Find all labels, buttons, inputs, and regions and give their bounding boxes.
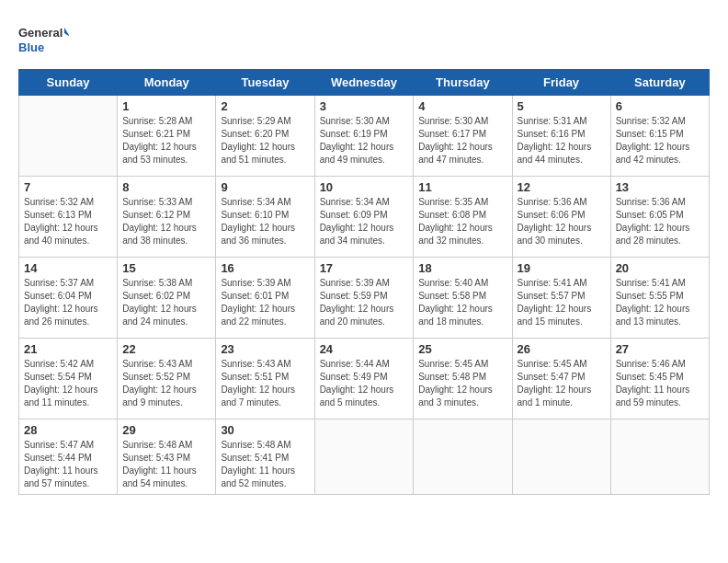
day-info: Sunrise: 5:44 AMSunset: 5:49 PMDaylight:… <box>320 358 409 409</box>
calendar-body: 1Sunrise: 5:28 AMSunset: 6:21 PMDaylight… <box>19 96 710 495</box>
day-number: 28 <box>24 423 112 437</box>
day-info: Sunrise: 5:46 AMSunset: 5:45 PMDaylight:… <box>616 358 704 409</box>
svg-marker-2 <box>64 28 69 37</box>
day-number: 26 <box>518 342 606 356</box>
svg-text:General: General <box>18 26 63 40</box>
calendar-table: SundayMondayTuesdayWednesdayThursdayFrid… <box>18 69 710 495</box>
calendar-cell: 9Sunrise: 5:34 AMSunset: 6:10 PMDaylight… <box>216 177 314 258</box>
calendar-cell: 15Sunrise: 5:38 AMSunset: 6:02 PMDayligh… <box>118 258 216 339</box>
day-info: Sunrise: 5:47 AMSunset: 5:44 PMDaylight:… <box>24 439 112 490</box>
day-number: 18 <box>418 261 506 275</box>
day-number: 16 <box>221 261 309 275</box>
calendar-cell: 6Sunrise: 5:32 AMSunset: 6:15 PMDaylight… <box>610 96 709 177</box>
calendar-cell: 17Sunrise: 5:39 AMSunset: 5:59 PMDayligh… <box>314 258 414 339</box>
calendar-cell: 25Sunrise: 5:45 AMSunset: 5:48 PMDayligh… <box>414 339 512 419</box>
day-info: Sunrise: 5:28 AMSunset: 6:21 PMDaylight:… <box>122 115 210 167</box>
day-info: Sunrise: 5:38 AMSunset: 6:02 PMDaylight:… <box>122 277 210 328</box>
day-number: 21 <box>24 342 112 356</box>
day-number: 2 <box>221 99 309 113</box>
calendar-cell: 16Sunrise: 5:39 AMSunset: 6:01 PMDayligh… <box>216 258 314 339</box>
calendar-cell: 5Sunrise: 5:31 AMSunset: 6:16 PMDaylight… <box>512 96 610 177</box>
day-number: 9 <box>221 180 309 194</box>
calendar-cell: 14Sunrise: 5:37 AMSunset: 6:04 PMDayligh… <box>19 258 118 339</box>
day-info: Sunrise: 5:31 AMSunset: 6:16 PMDaylight:… <box>518 115 606 167</box>
calendar-cell <box>414 419 512 495</box>
day-number: 1 <box>122 99 210 113</box>
day-info: Sunrise: 5:39 AMSunset: 6:01 PMDaylight:… <box>221 277 309 328</box>
day-info: Sunrise: 5:30 AMSunset: 6:19 PMDaylight:… <box>320 115 409 167</box>
weekday-header-sunday: Sunday <box>19 70 118 96</box>
week-row-5: 28Sunrise: 5:47 AMSunset: 5:44 PMDayligh… <box>19 419 710 495</box>
calendar-cell <box>19 96 118 177</box>
calendar-cell: 21Sunrise: 5:42 AMSunset: 5:54 PMDayligh… <box>19 339 118 419</box>
day-number: 17 <box>320 261 409 275</box>
day-number: 5 <box>518 99 606 113</box>
weekday-header-friday: Friday <box>512 70 610 96</box>
day-info: Sunrise: 5:34 AMSunset: 6:10 PMDaylight:… <box>221 196 309 247</box>
weekday-header-saturday: Saturday <box>610 70 709 96</box>
day-info: Sunrise: 5:35 AMSunset: 6:08 PMDaylight:… <box>418 196 506 247</box>
calendar-cell: 2Sunrise: 5:29 AMSunset: 6:20 PMDaylight… <box>216 96 314 177</box>
weekday-header-thursday: Thursday <box>414 70 512 96</box>
page-container: General Blue SundayMondayTuesdayWednesda… <box>18 18 710 495</box>
week-row-2: 7Sunrise: 5:32 AMSunset: 6:13 PMDaylight… <box>19 177 710 258</box>
calendar-cell: 12Sunrise: 5:36 AMSunset: 6:06 PMDayligh… <box>512 177 610 258</box>
day-number: 3 <box>320 99 409 113</box>
day-info: Sunrise: 5:39 AMSunset: 5:59 PMDaylight:… <box>320 277 409 328</box>
day-number: 22 <box>122 342 210 356</box>
week-row-4: 21Sunrise: 5:42 AMSunset: 5:54 PMDayligh… <box>19 339 710 419</box>
svg-text:Blue: Blue <box>18 40 44 54</box>
day-info: Sunrise: 5:34 AMSunset: 6:09 PMDaylight:… <box>320 196 409 247</box>
day-number: 4 <box>418 99 506 113</box>
day-number: 20 <box>616 261 704 275</box>
day-number: 30 <box>221 423 309 437</box>
logo-svg: General Blue <box>18 18 69 60</box>
day-info: Sunrise: 5:33 AMSunset: 6:12 PMDaylight:… <box>122 196 210 247</box>
day-info: Sunrise: 5:40 AMSunset: 5:58 PMDaylight:… <box>418 277 506 328</box>
calendar-cell: 7Sunrise: 5:32 AMSunset: 6:13 PMDaylight… <box>19 177 118 258</box>
day-number: 27 <box>616 342 704 356</box>
day-number: 10 <box>320 180 409 194</box>
week-row-1: 1Sunrise: 5:28 AMSunset: 6:21 PMDaylight… <box>19 96 710 177</box>
calendar-cell: 26Sunrise: 5:45 AMSunset: 5:47 PMDayligh… <box>512 339 610 419</box>
day-info: Sunrise: 5:48 AMSunset: 5:43 PMDaylight:… <box>122 439 210 490</box>
calendar-cell: 22Sunrise: 5:43 AMSunset: 5:52 PMDayligh… <box>118 339 216 419</box>
day-number: 14 <box>24 261 112 275</box>
calendar-cell: 29Sunrise: 5:48 AMSunset: 5:43 PMDayligh… <box>118 419 216 495</box>
day-info: Sunrise: 5:37 AMSunset: 6:04 PMDaylight:… <box>24 277 112 328</box>
week-row-3: 14Sunrise: 5:37 AMSunset: 6:04 PMDayligh… <box>19 258 710 339</box>
day-info: Sunrise: 5:36 AMSunset: 6:05 PMDaylight:… <box>616 196 704 247</box>
day-info: Sunrise: 5:41 AMSunset: 5:55 PMDaylight:… <box>616 277 704 328</box>
day-info: Sunrise: 5:41 AMSunset: 5:57 PMDaylight:… <box>518 277 606 328</box>
day-info: Sunrise: 5:43 AMSunset: 5:51 PMDaylight:… <box>221 358 309 409</box>
day-number: 29 <box>122 423 210 437</box>
calendar-cell: 13Sunrise: 5:36 AMSunset: 6:05 PMDayligh… <box>610 177 709 258</box>
header: General Blue <box>18 18 710 60</box>
calendar-cell: 30Sunrise: 5:48 AMSunset: 5:41 PMDayligh… <box>216 419 314 495</box>
day-number: 11 <box>418 180 506 194</box>
calendar-cell: 10Sunrise: 5:34 AMSunset: 6:09 PMDayligh… <box>314 177 414 258</box>
day-info: Sunrise: 5:32 AMSunset: 6:15 PMDaylight:… <box>616 115 704 167</box>
calendar-cell: 4Sunrise: 5:30 AMSunset: 6:17 PMDaylight… <box>414 96 512 177</box>
weekday-header-wednesday: Wednesday <box>314 70 414 96</box>
day-info: Sunrise: 5:29 AMSunset: 6:20 PMDaylight:… <box>221 115 309 167</box>
day-number: 19 <box>518 261 606 275</box>
day-number: 25 <box>418 342 506 356</box>
calendar-cell: 1Sunrise: 5:28 AMSunset: 6:21 PMDaylight… <box>118 96 216 177</box>
calendar-cell: 28Sunrise: 5:47 AMSunset: 5:44 PMDayligh… <box>19 419 118 495</box>
calendar-header-row: SundayMondayTuesdayWednesdayThursdayFrid… <box>19 70 710 96</box>
calendar-cell: 18Sunrise: 5:40 AMSunset: 5:58 PMDayligh… <box>414 258 512 339</box>
logo: General Blue <box>18 18 69 60</box>
calendar-cell <box>610 419 709 495</box>
day-info: Sunrise: 5:36 AMSunset: 6:06 PMDaylight:… <box>518 196 606 247</box>
day-number: 24 <box>320 342 409 356</box>
calendar-cell: 20Sunrise: 5:41 AMSunset: 5:55 PMDayligh… <box>610 258 709 339</box>
day-info: Sunrise: 5:42 AMSunset: 5:54 PMDaylight:… <box>24 358 112 409</box>
day-number: 23 <box>221 342 309 356</box>
calendar-cell: 24Sunrise: 5:44 AMSunset: 5:49 PMDayligh… <box>314 339 414 419</box>
calendar-cell: 23Sunrise: 5:43 AMSunset: 5:51 PMDayligh… <box>216 339 314 419</box>
calendar-cell: 19Sunrise: 5:41 AMSunset: 5:57 PMDayligh… <box>512 258 610 339</box>
day-number: 13 <box>616 180 704 194</box>
day-info: Sunrise: 5:48 AMSunset: 5:41 PMDaylight:… <box>221 439 309 490</box>
calendar-cell: 8Sunrise: 5:33 AMSunset: 6:12 PMDaylight… <box>118 177 216 258</box>
